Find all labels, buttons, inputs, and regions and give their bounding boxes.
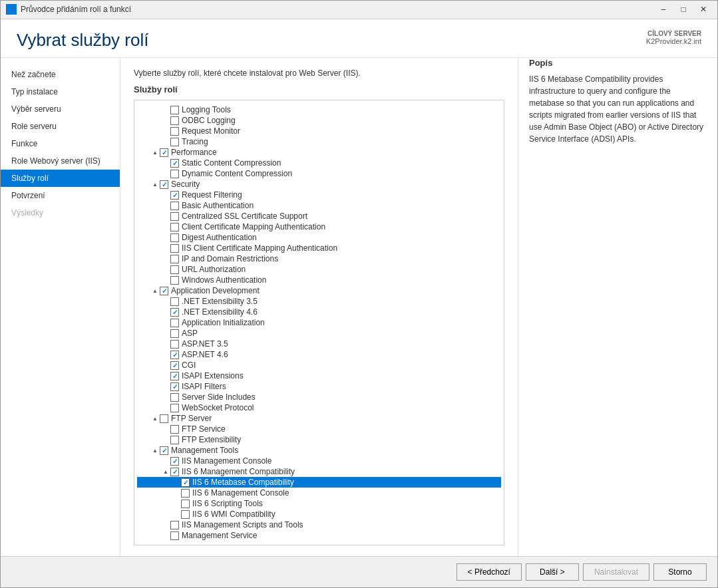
tree-checkbox[interactable]: [181, 500, 190, 508]
cancel-button[interactable]: Storno: [653, 563, 707, 581]
tree-item[interactable]: CGI: [137, 360, 501, 370]
tree-checkbox[interactable]: [170, 425, 179, 434]
maximize-button[interactable]: □: [675, 3, 692, 16]
tree-item[interactable]: IIS 6 Management Console: [137, 488, 501, 498]
tree-checkbox[interactable]: [170, 308, 179, 317]
tree-item[interactable]: WebSocket Protocol: [137, 402, 501, 413]
tree-checkbox[interactable]: [170, 521, 179, 529]
tree-item[interactable]: ODBC Logging: [137, 115, 501, 126]
prev-button[interactable]: < Předchozí: [456, 563, 522, 581]
tree-item[interactable]: Centralized SSL Certificate Support: [137, 211, 501, 221]
tree-item[interactable]: Request Filtering: [137, 190, 501, 200]
tree-item[interactable]: Digest Authentication: [137, 232, 501, 243]
tree-checkbox[interactable]: [170, 531, 179, 540]
tree-checkbox[interactable]: [181, 489, 190, 498]
sidebar-item[interactable]: Výběr serveru: [1, 100, 120, 118]
sidebar-item[interactable]: Funkce: [1, 135, 120, 152]
tree-checkbox[interactable]: [170, 106, 179, 114]
minimize-button[interactable]: –: [655, 3, 672, 16]
tree-checkbox[interactable]: [170, 255, 179, 263]
tree-checkbox[interactable]: [160, 287, 168, 295]
tree-item[interactable]: IIS Management Scripts and Tools: [137, 519, 501, 530]
tree-checkbox[interactable]: [170, 138, 179, 146]
sidebar-item[interactable]: Role Webový server (IIS): [1, 152, 120, 170]
tree-checkbox[interactable]: [170, 116, 179, 125]
tree-item[interactable]: Tracing: [137, 136, 501, 147]
tree-item[interactable]: ▲IIS 6 Management Compatibility: [137, 466, 501, 477]
tree-item[interactable]: IIS Management Console: [137, 456, 501, 466]
sidebar-item[interactable]: Role serveru: [1, 118, 120, 135]
tree-expander[interactable]: ▲: [161, 467, 170, 476]
tree-checkbox[interactable]: [170, 436, 179, 444]
tree-item[interactable]: Request Monitor: [137, 126, 501, 136]
tree-checkbox[interactable]: [170, 159, 179, 168]
tree-item[interactable]: Basic Authentication: [137, 200, 501, 211]
tree-item[interactable]: IIS 6 Metabase Compatibility: [137, 477, 501, 488]
close-button[interactable]: ✕: [695, 3, 712, 16]
tree-checkbox[interactable]: [160, 446, 168, 455]
tree-item[interactable]: ISAPI Extensions: [137, 370, 501, 381]
tree-item[interactable]: ASP: [137, 328, 501, 339]
tree-item[interactable]: Server Side Includes: [137, 392, 501, 402]
tree-item[interactable]: .NET Extensibility 3.5: [137, 296, 501, 307]
tree-checkbox[interactable]: [170, 340, 179, 349]
tree-checkbox[interactable]: [170, 233, 179, 242]
tree-expander[interactable]: ▲: [150, 286, 160, 295]
tree-item[interactable]: Static Content Compression: [137, 158, 501, 168]
tree-expander[interactable]: ▲: [150, 414, 160, 423]
tree-checkbox[interactable]: [170, 319, 179, 327]
tree-item[interactable]: FTP Extensibility: [137, 434, 501, 445]
tree-expander[interactable]: ▲: [150, 148, 160, 157]
tree-item[interactable]: ▲Management Tools: [137, 445, 501, 456]
sidebar-item[interactable]: Než začnete: [1, 66, 120, 83]
tree-checkbox[interactable]: [160, 148, 168, 157]
next-button[interactable]: Další >: [526, 563, 579, 581]
tree-item[interactable]: Logging Tools: [137, 104, 501, 115]
tree-checkbox[interactable]: [170, 244, 179, 253]
tree-item[interactable]: Client Certificate Mapping Authenticatio…: [137, 221, 501, 232]
tree-checkbox[interactable]: [181, 510, 190, 519]
tree-checkbox[interactable]: [170, 457, 179, 466]
tree-item[interactable]: ▲Performance: [137, 147, 501, 158]
tree-item[interactable]: ▲Security: [137, 179, 501, 190]
tree-item[interactable]: IIS 6 WMI Compatibility: [137, 509, 501, 519]
tree-item[interactable]: Management Service: [137, 530, 501, 541]
tree-checkbox[interactable]: [170, 382, 179, 391]
tree-checkbox[interactable]: [170, 191, 179, 200]
tree-item[interactable]: IIS 6 Scripting Tools: [137, 498, 501, 509]
tree-checkbox[interactable]: [170, 297, 179, 306]
tree-checkbox[interactable]: [170, 329, 179, 338]
tree-checkbox[interactable]: [181, 478, 190, 487]
tree-item[interactable]: IIS Client Certificate Mapping Authentic…: [137, 243, 501, 253]
tree-checkbox[interactable]: [170, 468, 179, 476]
tree-item[interactable]: ▲Application Development: [137, 285, 501, 296]
tree-checkbox[interactable]: [170, 202, 179, 210]
tree-checkbox[interactable]: [160, 414, 168, 423]
sidebar-item[interactable]: Typ instalace: [1, 83, 120, 100]
tree-expander[interactable]: ▲: [150, 446, 160, 455]
tree-item[interactable]: FTP Service: [137, 424, 501, 434]
tree-checkbox[interactable]: [170, 127, 179, 136]
tree-checkbox[interactable]: [170, 351, 179, 359]
tree-item[interactable]: IP and Domain Restrictions: [137, 253, 501, 264]
tree-checkbox[interactable]: [170, 361, 179, 370]
tree-item[interactable]: .NET Extensibility 4.6: [137, 307, 501, 317]
tree-item[interactable]: URL Authorization: [137, 264, 501, 275]
tree-checkbox[interactable]: [170, 170, 179, 178]
tree-checkbox[interactable]: [170, 212, 179, 221]
tree-checkbox[interactable]: [170, 223, 179, 231]
tree-expander[interactable]: ▲: [150, 180, 160, 189]
sidebar-item[interactable]: Služby rolí: [1, 170, 120, 187]
sidebar-item[interactable]: Potvrzení: [1, 187, 120, 204]
tree-checkbox[interactable]: [170, 393, 179, 402]
tree-item[interactable]: Dynamic Content Compression: [137, 168, 501, 179]
tree-item[interactable]: ▲FTP Server: [137, 413, 501, 424]
tree-checkbox[interactable]: [160, 180, 168, 189]
tree-checkbox[interactable]: [170, 404, 179, 412]
tree-item[interactable]: ASP.NET 4.6: [137, 349, 501, 360]
tree-item[interactable]: ASP.NET 3.5: [137, 339, 501, 349]
tree-checkbox[interactable]: [170, 372, 179, 380]
tree-checkbox[interactable]: [170, 276, 179, 285]
tree-item[interactable]: Windows Authentication: [137, 275, 501, 285]
tree-checkbox[interactable]: [170, 265, 179, 274]
